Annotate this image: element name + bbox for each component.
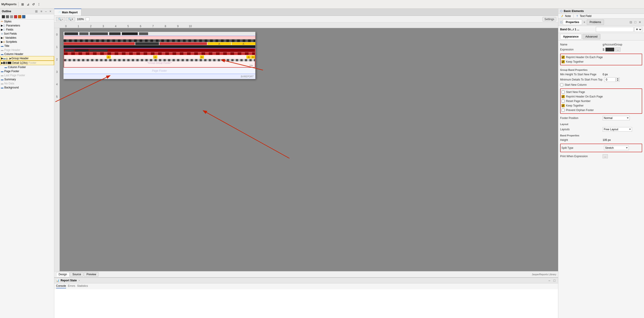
design-tab[interactable]: Design: [56, 272, 70, 276]
sidebar-item-summary[interactable]: ▬ Summary: [0, 77, 54, 82]
start-new-page-row: Start New Page: [562, 90, 641, 94]
name-row: Name g/AccountGroup: [560, 42, 642, 47]
expression-field: $ ...: [602, 48, 620, 52]
outline-title: Outline: [2, 10, 11, 13]
expression-row: Expression $ ...: [560, 47, 642, 52]
preview-tab[interactable]: Preview: [84, 272, 98, 276]
fields-expand-arrow: ▶: [1, 28, 3, 31]
checkboxes-bottom-box: Start New Page Reprint Header On Each Pa…: [560, 88, 642, 114]
sidebar-item-column-footer[interactable]: ▬ Column Footer: [0, 65, 54, 69]
keep-together-checkbox-1[interactable]: [562, 60, 565, 63]
zoom-dropdown-btn[interactable]: [86, 18, 89, 21]
sidebar-item-styles[interactable]: ✏ Styles: [0, 20, 54, 24]
zoom-out-btn[interactable]: 🔍−: [56, 17, 65, 21]
start-new-page-checkbox[interactable]: [562, 90, 565, 94]
reprint-header-checkbox-1[interactable]: [562, 56, 565, 59]
dark-block-5: [122, 32, 138, 35]
sidebar-item-group-header[interactable]: ▶ ▬ g...▶ Group Header: [0, 56, 54, 60]
refresh-icon[interactable]: ↺: [31, 2, 36, 6]
sidebar-item-page-header[interactable]: ▬ Page Header: [0, 48, 54, 52]
spin-down-btn[interactable]: ▼: [617, 80, 619, 82]
props-close-btn[interactable]: ✕: [638, 20, 642, 24]
color-swatch-blue[interactable]: [22, 15, 25, 18]
appearance-tab[interactable]: Appearance: [560, 34, 582, 39]
more-icon[interactable]: ⋮: [37, 2, 41, 6]
props-minimize-btn[interactable]: ⊟: [628, 20, 633, 24]
report-state-maximize-btn[interactable]: □: [553, 279, 556, 282]
reset-page-number-checkbox[interactable]: [562, 100, 565, 103]
layouts-select[interactable]: Free Layout Flow Layout Tabular Layout: [602, 127, 632, 132]
canvas-paper: ⚠ ⚠: [63, 32, 256, 79]
sidebar-item-page-footer-label: Page Footer: [4, 70, 19, 73]
print-when-btn[interactable]: ...: [602, 154, 608, 158]
min-details-input[interactable]: [604, 77, 616, 82]
outline-minus-btn[interactable]: –: [44, 10, 48, 13]
main-report-tab-icon: 📄: [58, 11, 60, 14]
sidebar-item-last-page-footer[interactable]: ▬ Last Page Footer: [0, 73, 54, 77]
ruler-mark-6: 6: [134, 25, 147, 28]
column-header-icon: ▬: [1, 53, 4, 56]
console-tab[interactable]: Console: [56, 284, 66, 288]
canvas-wrapper: 0 1 2 3 4 5: [54, 28, 558, 271]
ph-red1: [64, 42, 135, 45]
min-details-spinner[interactable]: ▲ ▼: [616, 78, 620, 82]
zoom-in-btn[interactable]: 🔍+: [66, 17, 75, 21]
outline-close-btn[interactable]: ×: [48, 10, 52, 13]
name-value: g/AccountGroup: [602, 43, 622, 46]
statistics-tab[interactable]: Statistics: [77, 284, 88, 288]
sidebar-item-detail-label: Detail 1(24x): [12, 61, 28, 64]
sortfields-icon: ⊕: [1, 32, 3, 35]
reprint-header-checkbox-2[interactable]: [562, 95, 565, 98]
sidebar-item-no-data[interactable]: ▬ No Data: [0, 82, 54, 86]
properties-tab[interactable]: Properties: [563, 20, 582, 25]
color-swatch-dark[interactable]: [2, 15, 5, 18]
expr-btn[interactable]: ...: [615, 48, 620, 52]
outline-list-view-btn[interactable]: ≡: [40, 10, 43, 13]
text-field-label[interactable]: Text Field: [580, 14, 591, 18]
errors-tab[interactable]: Errors: [68, 284, 75, 288]
settings-btn[interactable]: Settings: [542, 17, 556, 22]
sidebar-item-column-header[interactable]: ▬ Column Header: [0, 52, 54, 56]
color-swatch-red[interactable]: [14, 15, 17, 18]
report-state-minimize-btn[interactable]: –: [548, 279, 551, 282]
sidebar-item-detail[interactable]: ▶ Detail 1(24x) Footer: [0, 60, 54, 65]
band-search-input[interactable]: [596, 27, 634, 32]
sidebar-item-parameters[interactable]: ▶ ⬡ Parameters: [0, 24, 54, 28]
color-swatch-orange[interactable]: [18, 15, 21, 18]
band-gh-row5: *Group Group Footer*: [64, 62, 255, 64]
main-report-tab[interactable]: 📄 Main Report: [54, 8, 82, 16]
grid-icon[interactable]: ⊞: [20, 2, 25, 6]
problems-tab[interactable]: Problems: [587, 20, 604, 25]
vertical-ruler: 0 1 2 3 4 5: [54, 28, 60, 271]
expr-input-box[interactable]: [605, 48, 614, 52]
source-tab[interactable]: Source: [70, 272, 84, 276]
start-new-column-checkbox[interactable]: [560, 83, 563, 86]
band-select-dropdown[interactable]: ▼: [634, 27, 642, 32]
sidebar-item-title[interactable]: ▬ Title: [0, 44, 54, 48]
sidebar-item-fields[interactable]: ▶ ⬡ Fields: [0, 28, 54, 32]
sidebar-item-sortfields[interactable]: ⊕ Sort Fields: [0, 32, 54, 36]
band-gh-row1: [64, 49, 255, 52]
keep-together-checkbox-2[interactable]: [562, 104, 565, 107]
ruler-mark-1: 1: [72, 25, 84, 28]
split-type-select[interactable]: Stretch Prevent Immediate: [604, 146, 629, 150]
prevent-orphan-checkbox[interactable]: [562, 108, 565, 112]
background-icon: ▬: [1, 86, 4, 89]
band-group-header: ⚠ ⚠ ⚠ ⚠ ⚠: [64, 48, 255, 68]
properties-close-btn[interactable]: ×: [584, 20, 585, 24]
color-swatch-mid[interactable]: [6, 15, 9, 18]
checkboxes-top-box: Reprint Header On Each Page Keep Togethe…: [560, 54, 642, 65]
sidebar-item-background[interactable]: ▬ Background: [0, 86, 54, 90]
main-report-tab-label: Main Report: [62, 11, 78, 14]
props-maximize-btn[interactable]: □: [634, 20, 637, 24]
outline-tree-view-btn[interactable]: ⊞: [34, 10, 39, 13]
footer-position-select[interactable]: Normal Stack At Bottom Force At Bottom C…: [602, 116, 630, 120]
sidebar-item-scriptlets-label: Scriptlets: [6, 40, 17, 44]
sidebar-item-page-footer[interactable]: ▬ Page Footer: [0, 69, 54, 73]
sidebar-item-scriptlets[interactable]: ▶ ⊙ Scriptlets: [0, 40, 54, 44]
note-label[interactable]: Note: [565, 14, 571, 18]
sidebar-item-variables[interactable]: ▶ ƒ Variables: [0, 36, 54, 40]
advanced-tab[interactable]: Advanced: [582, 34, 600, 39]
color-swatch-light[interactable]: [10, 15, 13, 18]
filter-icon[interactable]: ⊿: [26, 2, 30, 6]
